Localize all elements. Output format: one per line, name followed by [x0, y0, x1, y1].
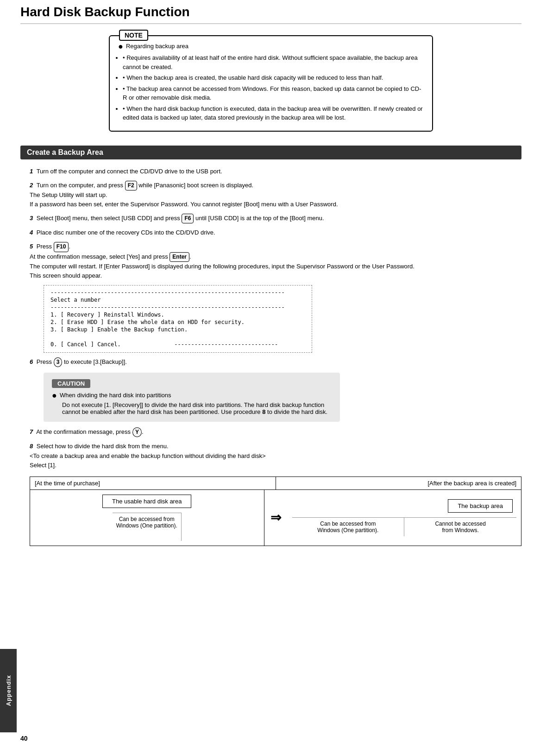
screen-line-6: 3. [ Backup ] Enable the Backup function… [50, 326, 305, 333]
diagram-header-left: [At the time of purchase] [30, 477, 276, 489]
usable-area-box: The usable hard disk area [102, 495, 191, 508]
f6-key: F6 [182, 214, 194, 223]
diagram-right-section: The backup area Can be accessed fromWind… [288, 490, 521, 546]
step-1-text: Turn off the computer and connect the CD… [37, 168, 222, 175]
note-bullet-dot: ● [118, 42, 123, 51]
step-8-num: 8 [30, 443, 33, 450]
step-2-text: Turn on the computer, and press F2 while… [30, 182, 338, 208]
usable-area-text: The usable hard disk area [112, 498, 182, 505]
f2-key: F2 [125, 181, 137, 191]
screen-box: ----------------------------------------… [44, 285, 312, 353]
diagram-arrow: ⇒ [264, 490, 288, 546]
appendix-label: Appendix [5, 675, 12, 706]
diagram-body: The usable hard disk area Can be accesse… [30, 490, 521, 546]
section-header: Create a Backup Area [20, 146, 521, 159]
note-label: NOTE [119, 30, 148, 41]
step-3-num: 3 [30, 215, 33, 222]
step-2-num: 2 [30, 182, 33, 189]
screen-line-3: ----------------------------------------… [50, 304, 305, 311]
step-5: 5 Press F10. At the confirmation message… [30, 242, 521, 280]
step-7-text: At the confirmation message, pressY. [36, 428, 143, 435]
step-2: 2 Turn on the computer, and press F2 whi… [30, 181, 521, 209]
key-y: Y [132, 427, 142, 437]
backup-area-box: The backup area [448, 499, 513, 513]
screen-line-4: 1. [ Recovery ] Reinstall Windows. [50, 311, 305, 318]
page-number: 40 [20, 735, 28, 742]
step-1-num: 1 [30, 168, 33, 175]
diagram-bottom-left: Can be accessed fromWindows (One partiti… [113, 513, 182, 541]
caution-bullet-row: ● When dividing the hard disk into parti… [52, 392, 332, 400]
f10-key: F10 [54, 242, 69, 252]
diagram-bottom-right-left: Can be accessed fromWindows (One partiti… [292, 517, 405, 536]
key-3: 3 [54, 357, 63, 367]
note-bullet-header-text: Regarding backup area [126, 43, 188, 50]
screen-line-8: 0. [ Cancel ] Cancel. ------------------… [50, 341, 305, 348]
screen-line-2: Select a number [50, 297, 305, 303]
screen-line-7 [50, 334, 305, 340]
enter-key: Enter [170, 252, 189, 262]
diagram-header-row: [At the time of purchase] [After the bac… [30, 477, 521, 490]
step-5-num: 5 [30, 243, 33, 250]
page-title: Hard Disk Backup Function [20, 5, 521, 24]
screen-line-1: ----------------------------------------… [50, 289, 305, 296]
step-4-num: 4 [30, 229, 33, 236]
step-4: 4 Place disc number one of the recovery … [30, 228, 521, 237]
step-6: 6 Press 3 to execute [3.[Backup]]. [30, 357, 521, 367]
caution-header: When dividing the hard disk into partiti… [60, 392, 171, 400]
steps-container: 1 Turn off the computer and connect the … [30, 167, 521, 546]
diagram-left-section: The usable hard disk area Can be accesse… [30, 490, 264, 546]
note-item-2: When the backup area is created, the usa… [123, 73, 424, 83]
diagram: [At the time of purchase] [After the bac… [30, 476, 521, 546]
step-8-text: Select how to divide the hard disk from … [30, 443, 266, 468]
note-bullet-header: ● Regarding backup area [118, 43, 424, 51]
note-item-4: When the hard disk backup function is ex… [123, 104, 424, 122]
step-6-text: Press 3 to execute [3.[Backup]]. [37, 358, 127, 365]
step-3: 3 Select [Boot] menu, then select [USB C… [30, 214, 521, 223]
step-7: 7 At the confirmation message, pressY. [30, 427, 521, 437]
diagram-header-right: [After the backup area is created] [276, 477, 521, 489]
caution-box: CAUTION ● When dividing the hard disk in… [44, 373, 340, 422]
step-3-text: Select [Boot] menu, then select [USB CDD… [37, 215, 324, 222]
note-list: Requires availability of at least half o… [123, 53, 424, 122]
step-7-num: 7 [30, 428, 33, 435]
diagram-bottom-right-right: Cannot be accessedfrom Windows. [404, 517, 516, 536]
step-1: 1 Turn off the computer and connect the … [30, 167, 521, 176]
step-5-text: Press F10. At the confirmation message, … [30, 243, 414, 279]
step-4-text: Place disc number one of the recovery CD… [37, 229, 215, 236]
backup-area-text: The backup area [458, 502, 503, 509]
caution-bold-num: 8 [262, 408, 265, 415]
caution-label: CAUTION [52, 379, 90, 388]
note-item-1: Requires availability of at least half o… [123, 53, 424, 71]
note-box: NOTE ● Regarding backup area Requires av… [109, 35, 433, 132]
note-item-3: The backup area cannot be accessed from … [123, 84, 424, 102]
screen-line-5: 2. [ Erase HDD ] Erase the whole data on… [50, 319, 305, 325]
step-6-num: 6 [30, 358, 33, 365]
step-8: 8 Select how to divide the hard disk fro… [30, 442, 521, 470]
appendix-sidebar: Appendix [0, 649, 17, 732]
caution-bullet-dot: ● [52, 391, 57, 400]
caution-text: Do not execute [1. [Recovery]] to divide… [62, 401, 332, 415]
